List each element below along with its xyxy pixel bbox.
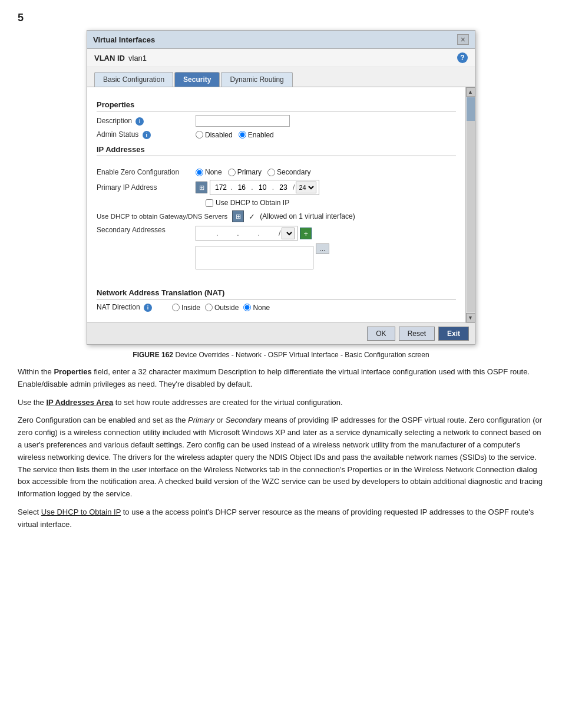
admin-disabled-radio[interactable]: Disabled (196, 131, 233, 139)
scrollbar-track (467, 97, 475, 312)
zero-config-label: Enable Zero Configuration (97, 168, 191, 176)
secondary-add-button[interactable]: + (300, 228, 312, 239)
nat-inside-radio[interactable]: Inside (172, 304, 200, 312)
dhcp-gateway-note: (Allowed on 1 virtual interface) (260, 212, 355, 220)
zero-config-primary-radio[interactable]: Primary (228, 168, 262, 176)
admin-enabled-radio[interactable]: Enabled (239, 131, 274, 139)
secondary-ip-group: . . . / (196, 226, 297, 241)
dialog-footer: OK Reset Exit (87, 322, 475, 344)
admin-status-radios: Disabled Enabled (196, 131, 274, 139)
vlan-id-value: vlan1 (128, 54, 147, 62)
dhcp-gateway-row: Use DHCP to obtain Gateway/DNS Servers ⊞… (97, 210, 456, 222)
sec-ip-octet-1[interactable] (199, 229, 215, 238)
body-para-2: Use the IP Addresses Area to set how rou… (18, 397, 544, 409)
body-para-1: Within the Properties field, enter a 32 … (18, 366, 544, 391)
nat-section-header: Network Address Translation (NAT) (97, 288, 456, 299)
exit-button[interactable]: Exit (438, 327, 469, 341)
admin-status-row: Admin Status i Disabled Enabled (97, 130, 456, 139)
use-dhcp-checkbox-label[interactable]: Use DHCP to Obtain IP (206, 199, 456, 207)
sec-ip-octet-4[interactable] (261, 229, 277, 238)
figure-caption: FIGURE 162 Device Overrides - Network - … (87, 351, 475, 359)
scrollbar-down-arrow[interactable]: ▼ (466, 313, 475, 322)
ok-button[interactable]: OK (367, 327, 395, 341)
ip-octet-2[interactable] (233, 183, 250, 192)
virtual-interfaces-dialog: Virtual Interfaces × VLAN ID vlan1 ? Bas… (87, 30, 475, 345)
body-text: Within the Properties field, enter a 32 … (18, 366, 544, 531)
dhcp-gateway-add-icon[interactable]: ⊞ (232, 210, 244, 222)
use-dhcp-checkbox[interactable] (206, 199, 213, 207)
vlan-id-row: VLAN ID vlan1 ? (87, 49, 475, 67)
tabs-row: Basic Configuration Security Dynamic Rou… (87, 67, 475, 87)
tab-security[interactable]: Security (174, 72, 220, 87)
reset-button[interactable]: Reset (399, 327, 435, 341)
nat-none-radio[interactable]: None (243, 304, 270, 312)
dialog-titlebar: Virtual Interfaces × (87, 31, 475, 49)
description-info-icon[interactable]: i (135, 117, 144, 126)
secondary-edit-button[interactable]: ... (316, 243, 329, 254)
primary-ip-row: Primary IP Address ⊞ . . . / 24 (97, 180, 456, 195)
primary-ip-group: . . . / 24 16 8 (210, 180, 319, 195)
secondary-addresses-row: Secondary Addresses . . . / (97, 226, 456, 269)
sec-ip-cidr-select[interactable] (282, 228, 295, 239)
help-icon[interactable]: ? (457, 52, 468, 63)
body-para-3: Zero Configuration can be enabled and se… (18, 414, 544, 500)
description-input[interactable] (196, 115, 290, 127)
ip-octet-3[interactable] (254, 183, 271, 192)
figure-caption-text: Device Overrides - Network - OSPF Virtua… (175, 351, 429, 359)
dhcp-gateway-check: ✓ (249, 212, 255, 221)
zero-config-none-radio[interactable]: None (196, 168, 222, 176)
dialog-content: Properties Description i Admin Status i (87, 87, 465, 322)
ip-octet-1[interactable] (213, 183, 229, 192)
figure-label: FIGURE 162 (133, 351, 173, 359)
sec-ip-octet-3[interactable] (240, 229, 257, 238)
description-label: Description i (97, 117, 191, 126)
ip-addresses-section-header: IP Addresses (97, 145, 456, 156)
dialog-title: Virtual Interfaces (93, 35, 155, 44)
ip-octet-4[interactable] (275, 183, 292, 192)
page-number: 5 (18, 12, 544, 24)
zero-config-secondary-radio[interactable]: Secondary (267, 168, 310, 176)
properties-section-header: Properties (97, 100, 456, 111)
dialog-body: Properties Description i Admin Status i (87, 87, 475, 322)
description-row: Description i (97, 115, 456, 127)
scrollbar-up-arrow[interactable]: ▲ (466, 87, 475, 97)
sec-ip-octet-2[interactable] (219, 229, 236, 238)
tab-dynamic-routing[interactable]: Dynamic Routing (221, 72, 292, 87)
vlan-id-label: VLAN ID (94, 54, 125, 62)
zero-config-row: Enable Zero Configuration None Primary S… (97, 168, 456, 176)
ip-cidr-select[interactable]: 24 16 8 (296, 182, 316, 193)
admin-status-info-icon[interactable]: i (143, 131, 151, 139)
body-para-4: Select Use DHCP to Obtain IP to use a th… (18, 506, 544, 531)
secondary-addresses-label: Secondary Addresses (97, 226, 191, 234)
primary-ip-add-icon[interactable]: ⊞ (196, 182, 207, 193)
use-dhcp-row: Use DHCP to Obtain IP (206, 199, 456, 207)
nat-direction-label: NAT Direction i (97, 303, 167, 312)
tab-basic-configuration[interactable]: Basic Configuration (94, 72, 173, 87)
admin-status-label: Admin Status i (97, 130, 191, 139)
nat-direction-row: NAT Direction i Inside Outside None (97, 303, 456, 312)
dhcp-gateway-label: Use DHCP to obtain Gateway/DNS Servers (97, 213, 227, 220)
zero-config-radios: None Primary Secondary (196, 168, 310, 176)
nat-direction-info-icon[interactable]: i (144, 304, 152, 312)
scrollbar[interactable]: ▲ ▼ (465, 87, 475, 322)
secondary-ip-row: . . . / + (196, 226, 329, 241)
close-button[interactable]: × (457, 34, 469, 45)
scrollbar-thumb[interactable] (467, 97, 475, 121)
primary-ip-label: Primary IP Address (97, 183, 191, 192)
secondary-list-box (196, 246, 313, 269)
nat-outside-radio[interactable]: Outside (205, 304, 239, 312)
